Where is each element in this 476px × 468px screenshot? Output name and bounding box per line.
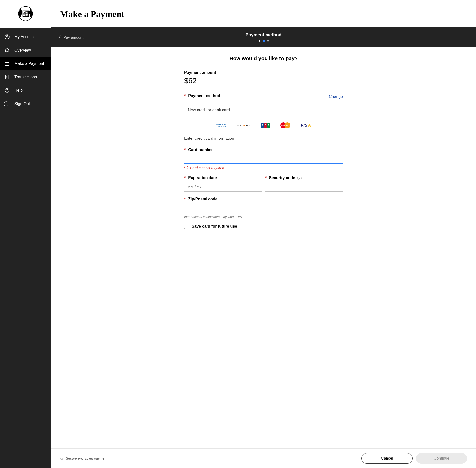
required-star-icon: *: [184, 197, 186, 201]
home-icon: [4, 48, 10, 53]
expiration-input[interactable]: [184, 182, 262, 192]
secure-note: Secure encrypted payment: [60, 456, 107, 461]
question-circle-icon: [4, 88, 10, 93]
step-bar: Pay amount Payment method: [51, 27, 476, 47]
jcb-logo-icon: JCB: [261, 123, 270, 128]
required-star-icon: *: [265, 176, 267, 180]
step-dot-1: [259, 40, 260, 42]
step-dot-3: [267, 40, 269, 42]
discover-logo-icon: DISCOVER: [237, 124, 250, 127]
amex-logo-icon: AMERICANEXPRESS: [216, 124, 226, 127]
nav-make-payment[interactable]: Make a Payment: [0, 57, 51, 70]
step-dots: [59, 40, 469, 42]
footer-bar: Secure encrypted payment Cancel Continue: [51, 448, 476, 468]
save-card-checkbox[interactable]: [184, 224, 189, 229]
card-number-error: Card number required: [184, 165, 343, 170]
cc-section-hint: Enter credit card information: [184, 136, 343, 141]
nav-my-account[interactable]: My Account: [0, 30, 51, 44]
card-number-input[interactable]: [184, 154, 343, 164]
cancel-button[interactable]: Cancel: [361, 453, 413, 464]
user-circle-icon: [4, 34, 10, 40]
svg-point-6: [27, 15, 28, 16]
lock-icon: [60, 456, 63, 461]
security-code-input[interactable]: [265, 182, 343, 192]
sign-out-icon: [4, 101, 10, 107]
visa-logo-icon: VISA: [301, 123, 311, 128]
info-icon[interactable]: i: [298, 176, 302, 180]
nav-transactions[interactable]: $ Transactions: [0, 70, 51, 84]
back-label: Pay amount: [63, 35, 83, 39]
alert-circle-icon: [184, 165, 188, 170]
zip-hint: International cardholders may input "N/A…: [184, 215, 343, 219]
payment-method-value[interactable]: New credit or debit card: [184, 102, 343, 118]
nav-label: Make a Payment: [14, 61, 44, 66]
logo-area: [0, 0, 51, 28]
back-to-pay-amount[interactable]: Pay amount: [59, 35, 83, 39]
nav-label: My Account: [14, 35, 35, 39]
nav-sign-out[interactable]: Sign Out: [0, 97, 51, 110]
step-title: Payment method: [59, 32, 469, 38]
required-star-icon: *: [184, 148, 186, 152]
receipt-icon: $: [4, 74, 10, 80]
header-bar: Make a Payment: [51, 0, 476, 27]
nav-label: Transactions: [14, 75, 37, 79]
sidebar: My Account Overview Make a Payment $ Tra…: [0, 0, 51, 468]
card-brand-row: AMERICANEXPRESS DISCOVER JCB MasterCard …: [184, 122, 343, 128]
svg-point-8: [6, 36, 8, 37]
continue-button[interactable]: Continue: [416, 453, 467, 464]
zip-label: * Zip/Postal code: [184, 197, 343, 201]
required-star-icon: *: [184, 94, 186, 98]
amount-label: Payment amount: [184, 70, 343, 75]
change-method-link[interactable]: Change: [329, 94, 343, 99]
step-dot-2: [263, 40, 265, 42]
nav-label: Overview: [14, 48, 31, 53]
svg-point-4: [24, 12, 25, 13]
zip-input[interactable]: [184, 203, 343, 213]
svg-point-14: [7, 91, 7, 91]
svg-rect-18: [61, 458, 63, 459]
nav-label: Help: [14, 88, 23, 93]
expiration-label: * Expiration date: [184, 176, 262, 180]
security-code-label: * Security code i: [265, 176, 343, 180]
nav-label: Sign Out: [14, 102, 30, 106]
register-icon: [4, 61, 10, 66]
card-number-label: * Card number: [184, 148, 343, 152]
svg-text:$: $: [6, 76, 7, 78]
amount-value: $62: [184, 76, 343, 85]
svg-rect-5: [26, 11, 28, 13]
save-card-label: Save card for future use: [192, 224, 237, 229]
nav-overview[interactable]: Overview: [0, 44, 51, 57]
page-title: Make a Payment: [60, 9, 467, 19]
form-question: How would you like to pay?: [184, 55, 343, 61]
svg-point-17: [186, 168, 186, 168]
mastercard-logo-icon: MasterCard: [280, 122, 290, 128]
chevron-left-icon: [59, 35, 61, 39]
required-star-icon: *: [184, 176, 186, 180]
payment-method-label: * Payment method: [184, 94, 220, 98]
nav-help[interactable]: Help: [0, 84, 51, 97]
university-seal-icon: [17, 5, 34, 24]
